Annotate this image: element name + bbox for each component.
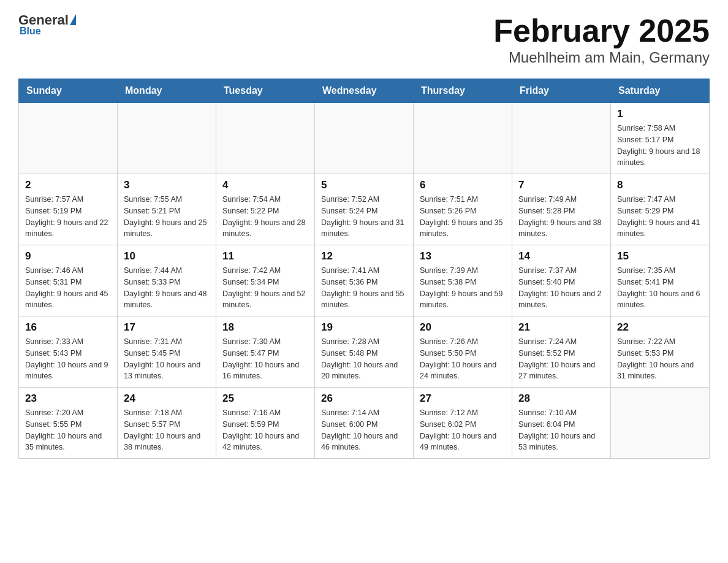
table-row: 15Sunrise: 7:35 AM Sunset: 5:41 PM Dayli… [611,245,710,316]
day-info: Sunrise: 7:16 AM Sunset: 5:59 PM Dayligh… [222,407,308,453]
table-row: 7Sunrise: 7:49 AM Sunset: 5:28 PM Daylig… [512,174,611,245]
table-row: 25Sunrise: 7:16 AM Sunset: 5:59 PM Dayli… [216,388,315,459]
day-info: Sunrise: 7:10 AM Sunset: 6:04 PM Dayligh… [518,407,604,453]
day-number: 21 [518,321,604,334]
table-row: 16Sunrise: 7:33 AM Sunset: 5:43 PM Dayli… [19,316,118,388]
day-number: 22 [617,321,703,334]
calendar-week-row: 2Sunrise: 7:57 AM Sunset: 5:19 PM Daylig… [19,174,710,245]
day-number: 18 [222,321,308,334]
calendar-title: February 2025 [493,12,710,49]
header-friday: Friday [512,79,611,103]
day-info: Sunrise: 7:35 AM Sunset: 5:41 PM Dayligh… [617,265,703,311]
day-number: 10 [124,250,210,262]
day-number: 19 [321,321,407,334]
table-row [216,103,315,174]
day-info: Sunrise: 7:44 AM Sunset: 5:33 PM Dayligh… [124,265,210,311]
header-monday: Monday [118,79,216,103]
day-info: Sunrise: 7:55 AM Sunset: 5:21 PM Dayligh… [124,194,210,240]
table-row: 13Sunrise: 7:39 AM Sunset: 5:38 PM Dayli… [414,245,512,316]
day-info: Sunrise: 7:57 AM Sunset: 5:19 PM Dayligh… [25,194,111,240]
table-row: 10Sunrise: 7:44 AM Sunset: 5:33 PM Dayli… [118,245,216,316]
day-number: 16 [25,321,111,334]
table-row: 12Sunrise: 7:41 AM Sunset: 5:36 PM Dayli… [315,245,414,316]
header-thursday: Thursday [414,79,512,103]
day-number: 20 [420,321,506,334]
table-row: 27Sunrise: 7:12 AM Sunset: 6:02 PM Dayli… [414,388,512,459]
header-wednesday: Wednesday [315,79,414,103]
table-row [118,103,216,174]
day-info: Sunrise: 7:24 AM Sunset: 5:52 PM Dayligh… [518,336,604,382]
day-info: Sunrise: 7:41 AM Sunset: 5:36 PM Dayligh… [321,265,407,311]
table-row: 14Sunrise: 7:37 AM Sunset: 5:40 PM Dayli… [512,245,611,316]
day-info: Sunrise: 7:58 AM Sunset: 5:17 PM Dayligh… [617,123,703,169]
header-tuesday: Tuesday [216,79,315,103]
day-number: 26 [321,393,407,405]
day-info: Sunrise: 7:30 AM Sunset: 5:47 PM Dayligh… [222,336,308,382]
weekday-header-row: Sunday Monday Tuesday Wednesday Thursday… [19,79,710,103]
table-row: 8Sunrise: 7:47 AM Sunset: 5:29 PM Daylig… [611,174,710,245]
table-row: 23Sunrise: 7:20 AM Sunset: 5:55 PM Dayli… [19,388,118,459]
table-row: 20Sunrise: 7:26 AM Sunset: 5:50 PM Dayli… [414,316,512,388]
day-info: Sunrise: 7:22 AM Sunset: 5:53 PM Dayligh… [617,336,703,382]
day-info: Sunrise: 7:49 AM Sunset: 5:28 PM Dayligh… [518,194,604,240]
day-number: 1 [617,108,703,120]
title-block: February 2025 Muehlheim am Main, Germany [493,12,710,66]
day-info: Sunrise: 7:39 AM Sunset: 5:38 PM Dayligh… [420,265,506,311]
calendar-subtitle: Muehlheim am Main, Germany [493,49,710,66]
table-row: 6Sunrise: 7:51 AM Sunset: 5:26 PM Daylig… [414,174,512,245]
calendar-week-row: 1Sunrise: 7:58 AM Sunset: 5:17 PM Daylig… [19,103,710,174]
day-info: Sunrise: 7:51 AM Sunset: 5:26 PM Dayligh… [420,194,506,240]
day-info: Sunrise: 7:28 AM Sunset: 5:48 PM Dayligh… [321,336,407,382]
header-sunday: Sunday [19,79,118,103]
calendar-week-row: 9Sunrise: 7:46 AM Sunset: 5:31 PM Daylig… [19,245,710,316]
table-row [19,103,118,174]
day-info: Sunrise: 7:26 AM Sunset: 5:50 PM Dayligh… [420,336,506,382]
day-number: 11 [222,250,308,262]
day-number: 12 [321,250,407,262]
day-number: 28 [518,393,604,405]
table-row: 5Sunrise: 7:52 AM Sunset: 5:24 PM Daylig… [315,174,414,245]
calendar-table: Sunday Monday Tuesday Wednesday Thursday… [18,79,710,459]
day-number: 8 [617,179,703,191]
day-number: 4 [222,179,308,191]
table-row: 17Sunrise: 7:31 AM Sunset: 5:45 PM Dayli… [118,316,216,388]
day-info: Sunrise: 7:14 AM Sunset: 6:00 PM Dayligh… [321,407,407,453]
calendar-week-row: 23Sunrise: 7:20 AM Sunset: 5:55 PM Dayli… [19,388,710,459]
day-info: Sunrise: 7:37 AM Sunset: 5:40 PM Dayligh… [518,265,604,311]
table-row: 19Sunrise: 7:28 AM Sunset: 5:48 PM Dayli… [315,316,414,388]
day-number: 27 [420,393,506,405]
logo: General Blue [18,12,76,37]
table-row: 11Sunrise: 7:42 AM Sunset: 5:34 PM Dayli… [216,245,315,316]
day-info: Sunrise: 7:20 AM Sunset: 5:55 PM Dayligh… [25,407,111,453]
day-number: 25 [222,393,308,405]
table-row: 26Sunrise: 7:14 AM Sunset: 6:00 PM Dayli… [315,388,414,459]
table-row: 21Sunrise: 7:24 AM Sunset: 5:52 PM Dayli… [512,316,611,388]
day-info: Sunrise: 7:52 AM Sunset: 5:24 PM Dayligh… [321,194,407,240]
day-number: 7 [518,179,604,191]
table-row: 18Sunrise: 7:30 AM Sunset: 5:47 PM Dayli… [216,316,315,388]
day-number: 13 [420,250,506,262]
day-info: Sunrise: 7:12 AM Sunset: 6:02 PM Dayligh… [420,407,506,453]
day-number: 9 [25,250,111,262]
day-number: 23 [25,393,111,405]
day-info: Sunrise: 7:31 AM Sunset: 5:45 PM Dayligh… [124,336,210,382]
day-number: 17 [124,321,210,334]
table-row: 9Sunrise: 7:46 AM Sunset: 5:31 PM Daylig… [19,245,118,316]
table-row: 4Sunrise: 7:54 AM Sunset: 5:22 PM Daylig… [216,174,315,245]
day-number: 2 [25,179,111,191]
day-info: Sunrise: 7:47 AM Sunset: 5:29 PM Dayligh… [617,194,703,240]
table-row: 22Sunrise: 7:22 AM Sunset: 5:53 PM Dayli… [611,316,710,388]
day-info: Sunrise: 7:18 AM Sunset: 5:57 PM Dayligh… [124,407,210,453]
day-number: 6 [420,179,506,191]
day-number: 24 [124,393,210,405]
day-number: 5 [321,179,407,191]
table-row [315,103,414,174]
day-info: Sunrise: 7:42 AM Sunset: 5:34 PM Dayligh… [222,265,308,311]
logo-blue-text: Blue [20,26,41,37]
table-row: 3Sunrise: 7:55 AM Sunset: 5:21 PM Daylig… [118,174,216,245]
table-row [512,103,611,174]
calendar-week-row: 16Sunrise: 7:33 AM Sunset: 5:43 PM Dayli… [19,316,710,388]
day-info: Sunrise: 7:33 AM Sunset: 5:43 PM Dayligh… [25,336,111,382]
header-saturday: Saturday [611,79,710,103]
table-row: 28Sunrise: 7:10 AM Sunset: 6:04 PM Dayli… [512,388,611,459]
